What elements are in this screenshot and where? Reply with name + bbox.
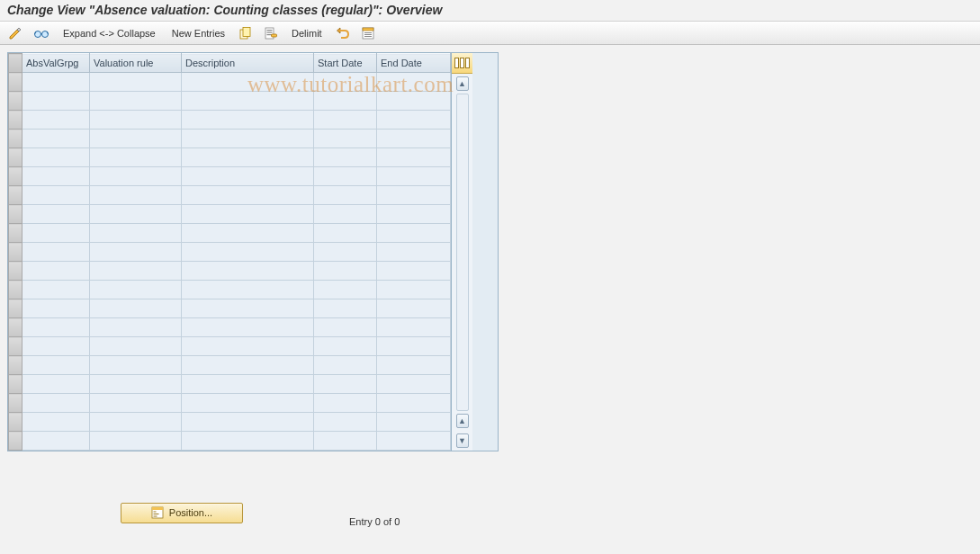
table-cell[interactable] xyxy=(90,337,182,356)
table-cell[interactable] xyxy=(182,205,314,224)
table-cell[interactable] xyxy=(182,413,314,432)
table-cell[interactable] xyxy=(90,281,182,299)
delimit-button[interactable]: Delimit xyxy=(286,24,328,42)
table-cell[interactable] xyxy=(314,243,377,262)
table-cell[interactable] xyxy=(314,262,377,281)
table-cell[interactable] xyxy=(314,167,377,186)
table-cell[interactable] xyxy=(22,111,90,130)
table-cell[interactable] xyxy=(22,167,90,186)
table-cell[interactable] xyxy=(182,299,314,318)
table-cell[interactable] xyxy=(182,337,314,356)
select-all-rows[interactable] xyxy=(9,54,22,73)
table-cell[interactable] xyxy=(377,413,451,432)
table-cell[interactable] xyxy=(22,432,90,451)
table-cell[interactable] xyxy=(90,375,182,394)
table-cell[interactable] xyxy=(22,262,90,281)
table-cell[interactable] xyxy=(314,205,377,224)
table-cell[interactable] xyxy=(90,92,182,111)
select-all-icon[interactable] xyxy=(358,24,378,42)
table-cell[interactable] xyxy=(22,318,90,337)
table-cell[interactable] xyxy=(90,73,182,92)
table-cell[interactable] xyxy=(314,337,377,356)
table-cell[interactable] xyxy=(377,186,451,205)
table-cell[interactable] xyxy=(182,262,314,281)
table-cell[interactable] xyxy=(90,130,182,148)
table-cell[interactable] xyxy=(182,243,314,262)
toggle-change-icon[interactable] xyxy=(5,24,25,42)
table-cell[interactable] xyxy=(314,281,377,299)
table-cell[interactable] xyxy=(377,337,451,356)
row-selector[interactable] xyxy=(9,167,22,186)
table-cell[interactable] xyxy=(22,205,90,224)
row-selector[interactable] xyxy=(9,111,22,130)
col-header-absvalgrpg[interactable]: AbsValGrpg xyxy=(22,54,90,73)
row-selector[interactable] xyxy=(9,224,22,243)
table-cell[interactable] xyxy=(90,205,182,224)
table-configure-columns-icon[interactable] xyxy=(452,53,472,74)
table-cell[interactable] xyxy=(182,318,314,337)
table-cell[interactable] xyxy=(90,111,182,130)
scrollbar-track[interactable] xyxy=(456,94,469,411)
scroll-down-big-icon[interactable]: ▲ xyxy=(456,414,469,428)
table-cell[interactable] xyxy=(90,356,182,375)
row-selector[interactable] xyxy=(9,318,22,337)
table-cell[interactable] xyxy=(22,394,90,413)
table-cell[interactable] xyxy=(182,186,314,205)
table-cell[interactable] xyxy=(377,130,451,148)
table-cell[interactable] xyxy=(22,375,90,394)
row-selector[interactable] xyxy=(9,432,22,451)
table-cell[interactable] xyxy=(182,375,314,394)
col-header-start-date[interactable]: Start Date xyxy=(314,54,377,73)
table-cell[interactable] xyxy=(314,299,377,318)
copy-icon[interactable] xyxy=(236,24,256,42)
table-cell[interactable] xyxy=(90,148,182,167)
table-cell[interactable] xyxy=(182,356,314,375)
table-cell[interactable] xyxy=(90,299,182,318)
scroll-down-icon[interactable]: ▼ xyxy=(456,433,469,448)
table-cell[interactable] xyxy=(22,148,90,167)
table-cell[interactable] xyxy=(314,432,377,451)
table-cell[interactable] xyxy=(90,186,182,205)
table-cell[interactable] xyxy=(377,432,451,451)
table-cell[interactable] xyxy=(377,167,451,186)
row-selector[interactable] xyxy=(9,262,22,281)
table-cell[interactable] xyxy=(182,394,314,413)
col-header-valuation-rule[interactable]: Valuation rule xyxy=(90,54,182,73)
table-cell[interactable] xyxy=(182,130,314,148)
scroll-up-icon[interactable]: ▲ xyxy=(456,76,469,91)
table-cell[interactable] xyxy=(182,432,314,451)
table-cell[interactable] xyxy=(90,262,182,281)
row-selector[interactable] xyxy=(9,375,22,394)
row-selector[interactable] xyxy=(9,413,22,432)
table-cell[interactable] xyxy=(22,281,90,299)
row-selector[interactable] xyxy=(9,205,22,224)
change-entry-icon[interactable] xyxy=(261,24,281,42)
table-cell[interactable] xyxy=(314,130,377,148)
new-entries-button[interactable]: New Entries xyxy=(166,24,230,42)
table-cell[interactable] xyxy=(377,243,451,262)
table-cell[interactable] xyxy=(314,224,377,243)
table-cell[interactable] xyxy=(90,432,182,451)
table-cell[interactable] xyxy=(90,243,182,262)
table-cell[interactable] xyxy=(22,243,90,262)
table-cell[interactable] xyxy=(314,92,377,111)
table-cell[interactable] xyxy=(377,356,451,375)
row-selector[interactable] xyxy=(9,186,22,205)
table-cell[interactable] xyxy=(377,111,451,130)
row-selector[interactable] xyxy=(9,92,22,111)
expand-collapse-button[interactable]: Expand <-> Collapse xyxy=(58,24,161,42)
table-cell[interactable] xyxy=(377,318,451,337)
table-cell[interactable] xyxy=(182,73,314,92)
table-cell[interactable] xyxy=(22,299,90,318)
col-header-description[interactable]: Description xyxy=(182,54,314,73)
row-selector[interactable] xyxy=(9,394,22,413)
table-cell[interactable] xyxy=(314,186,377,205)
table-cell[interactable] xyxy=(314,413,377,432)
table-cell[interactable] xyxy=(22,356,90,375)
table-cell[interactable] xyxy=(182,224,314,243)
position-button[interactable]: Position... xyxy=(121,503,243,523)
undo-icon[interactable] xyxy=(333,24,353,42)
table-cell[interactable] xyxy=(182,111,314,130)
row-selector[interactable] xyxy=(9,243,22,262)
table-cell[interactable] xyxy=(377,281,451,299)
